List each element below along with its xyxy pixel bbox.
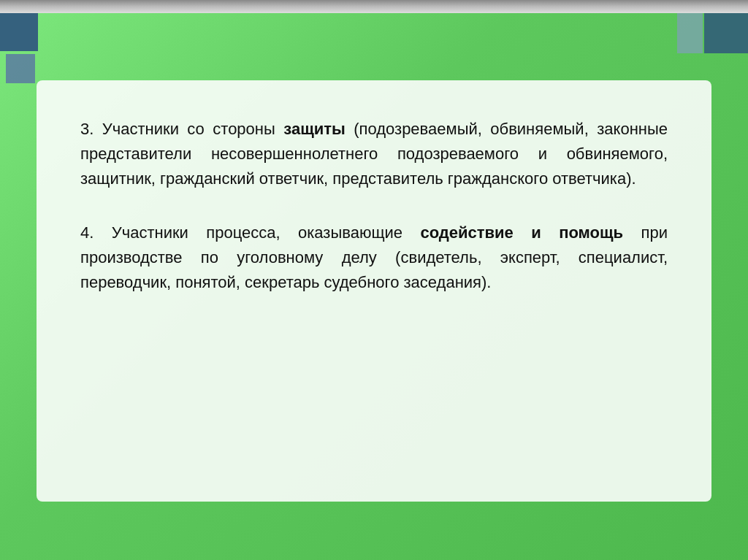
paragraph-3: 3. Участники со стороны защиты (подозрев…: [80, 117, 668, 191]
top-right-decoration: [677, 13, 748, 53]
top-bar: [0, 0, 748, 13]
deco-rect-blue: [704, 13, 748, 53]
paragraph-4-text-before-bold: Участники процесса, оказывающие: [112, 223, 421, 242]
deco-rect-light: [677, 13, 703, 53]
paragraph-3-number: 3.: [80, 120, 94, 138]
paragraph-3-bold: защиты: [283, 120, 346, 138]
paragraph-4-number: 4.: [80, 223, 94, 242]
top-left-decoration: [0, 13, 38, 83]
slide: 3. Участники со стороны защиты (подозрев…: [0, 0, 748, 560]
paragraph-3-text-before-bold: Участники со стороны: [102, 120, 283, 138]
content-area: 3. Участники со стороны защиты (подозрев…: [37, 80, 711, 502]
paragraph-4: 4. Участники процесса, оказывающие содей…: [80, 220, 668, 295]
deco-square-dark: [0, 13, 38, 51]
deco-square-medium: [6, 54, 35, 83]
paragraph-4-bold: содействие и помощь: [420, 223, 623, 242]
